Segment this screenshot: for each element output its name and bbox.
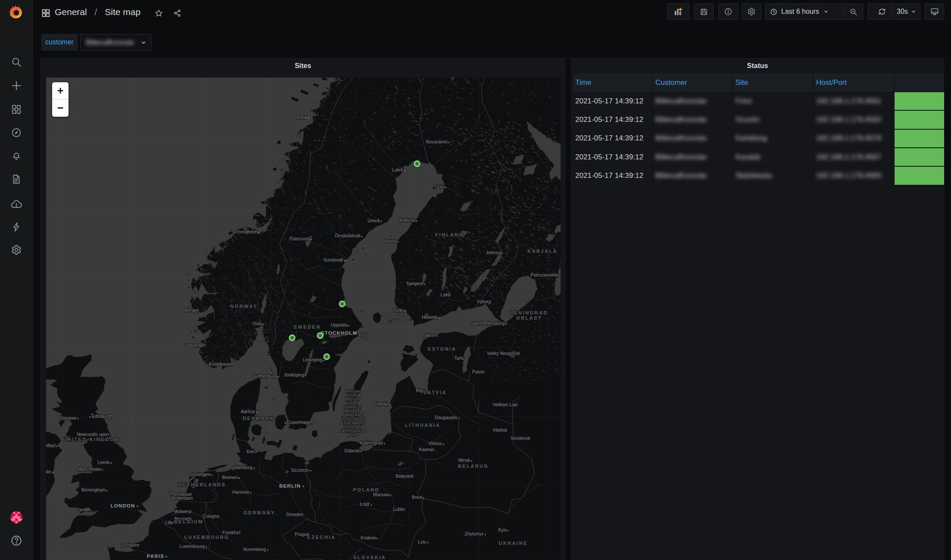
- svg-text:LENINGRAD: LENINGRAD: [510, 310, 548, 315]
- svg-text:SWEDEN: SWEDEN: [293, 324, 321, 330]
- svg-text:Umeå: Umeå: [368, 218, 380, 223]
- svg-text:Dresden: Dresden: [286, 512, 303, 517]
- svg-text:Belfast: Belfast: [46, 443, 56, 448]
- svg-text:POLAND: POLAND: [353, 487, 379, 492]
- svg-text:Linköping: Linköping: [303, 357, 322, 362]
- svg-text:BELGIUM: BELGIUM: [174, 519, 203, 524]
- svg-text:Rovaniemi: Rovaniemi: [426, 139, 447, 144]
- svg-text:Pskov: Pskov: [472, 369, 485, 374]
- svg-text:Jönköping: Jönköping: [284, 372, 304, 377]
- svg-text:Copenhagen: Copenhagen: [287, 420, 313, 425]
- svg-text:Lille: Lille: [165, 520, 174, 525]
- svg-text:море: море: [347, 432, 358, 437]
- svg-text:Rotterdam: Rotterdam: [171, 495, 193, 501]
- svg-text:Manchester: Manchester: [78, 467, 101, 472]
- svg-text:Tartu: Tartu: [454, 355, 465, 361]
- svg-text:Turku: Turku: [393, 308, 405, 313]
- svg-text:PARIS: PARIS: [147, 554, 164, 559]
- svg-text:Cardiff: Cardiff: [76, 507, 90, 512]
- svg-text:Luleå: Luleå: [392, 167, 403, 172]
- svg-text:Krakow: Krakow: [361, 535, 376, 540]
- svg-text:STOCKHOLM: STOCKHOLM: [321, 330, 358, 336]
- svg-text:Lahti: Lahti: [441, 292, 451, 297]
- svg-text:Oulu: Oulu: [435, 184, 444, 189]
- svg-text:Smolensk: Smolensk: [511, 436, 531, 441]
- svg-text:Kristiansand: Kristiansand: [209, 361, 234, 367]
- svg-text:Kyiv: Kyiv: [498, 527, 507, 532]
- svg-text:Łódź: Łódź: [360, 501, 370, 507]
- svg-text:OBLAST: OBLAST: [516, 315, 542, 320]
- svg-text:Cologne: Cologne: [203, 513, 219, 519]
- svg-text:Minsk: Minsk: [458, 457, 471, 463]
- svg-text:Daugavpils: Daugavpils: [435, 415, 457, 420]
- svg-text:Helsinki: Helsinki: [422, 314, 438, 320]
- svg-text:UKRAINE: UKRAINE: [499, 541, 528, 546]
- svg-text:Trondheim: Trondheim: [236, 229, 258, 234]
- svg-text:Warsaw: Warsaw: [373, 492, 389, 497]
- svg-text:Stavanger: Stavanger: [185, 342, 206, 348]
- svg-text:Tampere: Tampere: [406, 281, 424, 286]
- svg-text:Birmingham: Birmingham: [81, 487, 106, 492]
- svg-text:Kaunas: Kaunas: [419, 447, 434, 452]
- svg-text:Petrozavodsk: Petrozavodsk: [530, 272, 558, 277]
- svg-text:Veliky Novgorod: Veliky Novgorod: [487, 351, 520, 356]
- svg-text:Vyborg: Vyborg: [477, 299, 491, 304]
- svg-text:Nuremberg: Nuremberg: [243, 547, 266, 552]
- svg-text:Edinburgh: Edinburgh: [92, 414, 112, 419]
- svg-text:Hanover: Hanover: [232, 489, 249, 495]
- svg-text:LUXEMBOURG: LUXEMBOURG: [184, 535, 229, 540]
- svg-text:Vilnius: Vilnius: [428, 441, 442, 446]
- svg-text:SLOVAKIA: SLOVAKIA: [353, 555, 386, 560]
- svg-text:Liepāja: Liepāja: [374, 401, 389, 406]
- svg-text:Hamburg: Hamburg: [234, 465, 253, 470]
- svg-text:FINLAND: FINLAND: [435, 232, 464, 237]
- svg-text:LONDON: LONDON: [110, 503, 135, 508]
- svg-text:Kaliningrad: Kaliningrad: [360, 440, 383, 445]
- svg-text:Groningen: Groningen: [189, 472, 210, 477]
- svg-text:DENMARK: DENMARK: [243, 416, 274, 421]
- svg-text:KARJALA: KARJALA: [527, 249, 558, 254]
- svg-text:GERMANY: GERMANY: [243, 510, 275, 515]
- svg-text:Saint Petersburg: Saint Petersburg: [471, 320, 505, 326]
- svg-text:CZECHIA: CZECHIA: [307, 535, 336, 540]
- svg-text:Dublin: Dublin: [46, 469, 51, 474]
- svg-text:Uppsala: Uppsala: [331, 322, 347, 327]
- svg-text:Kiel: Kiel: [246, 449, 254, 454]
- svg-text:BERLIN: BERLIN: [279, 483, 301, 488]
- svg-text:Lviv: Lviv: [418, 539, 426, 544]
- svg-text:Le Havre: Le Havre: [121, 542, 140, 548]
- svg-text:Bremen: Bremen: [222, 475, 238, 480]
- svg-text:Velikiye Luki: Velikiye Luki: [493, 402, 518, 407]
- svg-text:UNITED KINGDOM: UNITED KINGDOM: [63, 437, 120, 442]
- svg-text:Gdansk: Gdansk: [344, 448, 360, 453]
- svg-text:Luxembourg: Luxembourg: [180, 544, 205, 549]
- svg-text:Gothenburg: Gothenburg: [253, 373, 278, 379]
- svg-text:Aarhus: Aarhus: [241, 409, 255, 414]
- svg-text:Szczecin: Szczecin: [291, 467, 309, 473]
- svg-text:NETHERLANDS: NETHERLANDS: [178, 482, 226, 487]
- svg-text:Östersund: Östersund: [290, 236, 311, 241]
- svg-text:Leeds: Leeds: [97, 460, 110, 465]
- svg-text:ESTONIA: ESTONIA: [428, 346, 456, 352]
- svg-text:Białystok: Białystok: [396, 473, 414, 479]
- svg-text:LITHUANIA: LITHUANIA: [405, 423, 440, 428]
- svg-text:Lublin: Lublin: [393, 507, 405, 512]
- svg-text:NORWAY: NORWAY: [230, 304, 257, 309]
- svg-text:Joensuu: Joensuu: [486, 250, 503, 255]
- svg-text:Bodø: Bodø: [296, 115, 308, 120]
- svg-text:Antwerp: Antwerp: [175, 509, 192, 514]
- svg-text:LATVIA: LATVIA: [424, 390, 447, 395]
- svg-text:Sundsvall: Sundsvall: [323, 257, 343, 262]
- svg-text:Vaasa: Vaasa: [384, 238, 396, 243]
- svg-text:Oslo: Oslo: [253, 321, 262, 326]
- svg-text:BELARUS: BELARUS: [458, 464, 489, 469]
- svg-text:Zhytomyr: Zhytomyr: [465, 531, 483, 536]
- svg-text:Kokkola: Kokkola: [399, 218, 416, 223]
- svg-text:Glasgow: Glasgow: [59, 415, 76, 420]
- svg-text:Tallinn: Tallinn: [422, 333, 435, 338]
- svg-text:Brest: Brest: [412, 495, 422, 500]
- svg-text:Örnsköldsvik: Örnsköldsvik: [335, 233, 361, 238]
- svg-text:Vitebsk: Vitebsk: [493, 427, 508, 432]
- svg-text:Bergen: Bergen: [184, 308, 199, 313]
